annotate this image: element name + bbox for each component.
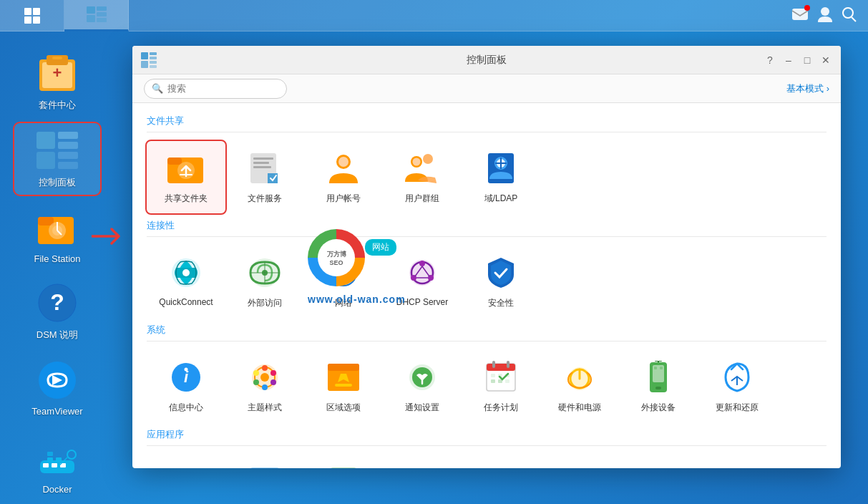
taskbar <box>0 0 868 32</box>
notification-btn[interactable] <box>792 7 808 24</box>
svg-rect-17 <box>36 152 55 169</box>
file-services-icon <box>246 150 283 187</box>
window-maximize-btn[interactable]: □ <box>801 54 814 67</box>
panel-icon-shared-folder[interactable]: 共享文件夹 <box>147 141 225 213</box>
taskbar-right-area <box>792 6 868 25</box>
window-content: 文件共享 共享文件夹 <box>132 103 841 468</box>
svg-point-79 <box>270 370 276 376</box>
sidebar-item-dsm-help[interactable]: ? DSM 说明 <box>14 276 100 347</box>
panel-icon-shared-folder-sync[interactable]: 共享文件夹同步 <box>383 455 462 468</box>
svg-rect-94 <box>491 374 495 377</box>
svg-line-8 <box>852 17 856 21</box>
svg-rect-40 <box>150 57 157 59</box>
panel-icon-security[interactable]: 安全性 <box>462 246 540 318</box>
controlpanel-icon <box>87 6 107 22</box>
panel-icon-notification[interactable]: 通知设置 <box>383 350 462 422</box>
search-taskbar-btn[interactable] <box>842 6 857 25</box>
panel-icon-app-portal[interactable]: 应用程序门户 <box>225 455 304 468</box>
panel-icon-region[interactable]: 区域选项 <box>304 350 383 422</box>
external-devices-label: 外接设备 <box>641 402 676 414</box>
sidebar-item-file-station[interactable]: File Station <box>14 200 100 270</box>
svg-rect-0 <box>87 6 95 14</box>
sidebar-item-package-center[interactable]: + 套件中心 <box>14 46 100 117</box>
panel-icon-external-access[interactable]: 外部访问 <box>225 246 304 318</box>
svg-point-6 <box>821 7 829 16</box>
mode-button[interactable]: 基本模式 › <box>786 82 829 95</box>
security-icon <box>482 254 520 291</box>
docker-label: Docker <box>42 484 72 495</box>
user-icon <box>818 6 832 22</box>
user-account-label: 用户帐号 <box>326 193 361 205</box>
panel-icon-user-group[interactable]: 用户群组 <box>383 141 462 213</box>
svg-point-54 <box>413 158 421 166</box>
search-input[interactable] <box>167 83 279 94</box>
svg-point-60 <box>182 269 190 276</box>
controlpanel-taskbar-btn[interactable] <box>64 0 129 32</box>
window-help-btn[interactable]: ? <box>764 54 776 67</box>
connectivity-grid: QuickConnect 外部访问 <box>147 246 826 318</box>
window-close-btn[interactable]: ✕ <box>819 54 832 67</box>
panel-icon-hardware-power[interactable]: 硬件和电源 <box>540 350 619 422</box>
user-btn[interactable] <box>818 6 832 25</box>
indexing-icon <box>325 463 362 468</box>
svg-point-80 <box>270 379 276 385</box>
region-label: 区域选项 <box>326 402 361 414</box>
task-scheduler-label: 任务计划 <box>484 402 518 414</box>
svg-rect-45 <box>167 158 182 165</box>
svg-rect-31 <box>52 463 57 467</box>
sidebar-item-control-panel[interactable]: 控制面板 <box>14 123 100 195</box>
sidebar-item-teamviewer[interactable]: TeamViewer <box>14 353 100 422</box>
svg-rect-41 <box>141 61 148 68</box>
panel-icon-network[interactable]: 网络 <box>304 246 383 318</box>
svg-rect-105 <box>660 367 663 369</box>
network-icon <box>325 254 362 291</box>
svg-rect-30 <box>43 463 49 467</box>
window-toolbar: 🔍 基本模式 › <box>132 74 841 103</box>
svg-text:?: ? <box>50 289 64 315</box>
svg-text:+: + <box>53 64 62 82</box>
theme-icon <box>246 359 283 396</box>
panel-icon-terminal-snmp[interactable]: $ _ > run 终端机和SNMP <box>462 455 540 468</box>
panel-icon-info-center[interactable]: i 信息中心 <box>147 350 225 422</box>
svg-rect-86 <box>328 364 359 371</box>
svg-rect-39 <box>150 52 157 55</box>
svg-rect-92 <box>492 361 495 368</box>
panel-icon-indexing[interactable]: 索引服务 <box>304 455 383 468</box>
panel-icon-update-restore[interactable]: 更新和还原 <box>698 350 776 422</box>
svg-point-78 <box>262 365 268 371</box>
external-access-icon <box>246 254 283 291</box>
control-panel-window: 控制面板 ? – □ ✕ 🔍 基本模式 › 文件共享 <box>132 46 841 468</box>
system-grid: i 信息中心 <box>147 350 826 422</box>
window-title-icon <box>141 52 157 68</box>
domain-ldap-label: 域/LDAP <box>484 193 518 205</box>
file-station-label: File Station <box>34 253 80 264</box>
shared-folder-sync-icon <box>404 463 441 468</box>
search-box[interactable]: 🔍 <box>144 79 287 99</box>
info-center-label: 信息中心 <box>169 402 203 414</box>
panel-icon-external-devices[interactable]: 外接设备 <box>619 350 698 422</box>
panel-icon-file-services[interactable]: 文件服务 <box>225 141 304 213</box>
shared-folder-icon <box>167 150 205 187</box>
sidebar-item-docker[interactable]: Docker <box>14 431 100 500</box>
panel-icon-quickconnect[interactable]: QuickConnect <box>147 246 225 318</box>
panel-icon-domain-ldap[interactable]: 域/LDAP <box>462 141 540 213</box>
desktop-taskbar-btn[interactable] <box>0 0 64 32</box>
theme-label: 主题样式 <box>248 402 282 414</box>
sidebar: + 套件中心 控制面板 <box>0 32 114 504</box>
panel-icon-privileges[interactable]: 权限 <box>147 455 225 468</box>
svg-point-82 <box>253 379 259 385</box>
window-title: 控制面板 <box>467 54 507 67</box>
update-restore-icon <box>718 359 756 396</box>
panel-icon-dhcp[interactable]: DHCP Server <box>383 246 462 318</box>
panel-icon-user-account[interactable]: 用户帐号 <box>304 141 383 213</box>
window-minimize-btn[interactable]: – <box>782 54 795 67</box>
dhcp-icon <box>404 254 441 291</box>
panel-icon-task-scheduler[interactable]: 任务计划 <box>462 350 540 422</box>
section-file-sharing-title: 文件共享 <box>147 115 826 132</box>
file-station-icon <box>36 206 79 249</box>
panel-icon-theme[interactable]: 主题样式 <box>225 350 304 422</box>
svg-point-55 <box>423 154 433 164</box>
section-apps-title: 应用程序 <box>147 428 826 446</box>
svg-rect-106 <box>655 387 661 389</box>
package-center-icon: + <box>36 52 79 94</box>
